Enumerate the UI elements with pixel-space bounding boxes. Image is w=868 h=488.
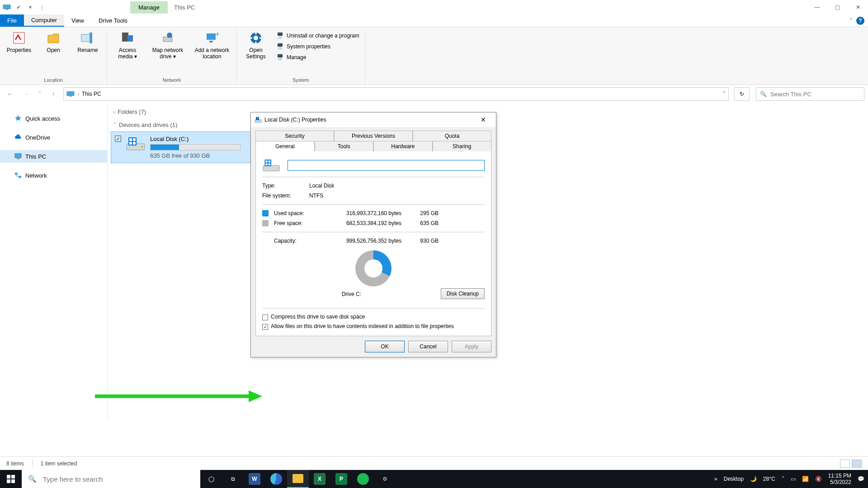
- maximize-button[interactable]: ▢: [827, 0, 848, 14]
- svg-rect-36: [269, 160, 271, 163]
- tray-chevron-icon[interactable]: ˄: [782, 476, 784, 482]
- open-button[interactable]: Open: [38, 29, 69, 53]
- help-icon[interactable]: ?: [856, 17, 864, 25]
- notifications-icon[interactable]: 💬: [858, 476, 864, 482]
- map-drive-button[interactable]: Map network drive ▾: [148, 29, 188, 60]
- drive-icon: [126, 136, 146, 152]
- system-properties-button[interactable]: 🖥️System properties: [275, 42, 361, 52]
- tab-security[interactable]: Security: [255, 131, 334, 141]
- nav-network[interactable]: Network: [0, 169, 107, 182]
- tab-drive-tools[interactable]: Drive Tools: [91, 14, 135, 27]
- add-location-button[interactable]: + Add a network location: [191, 29, 233, 60]
- manage-button[interactable]: 🖥️Manage: [275, 52, 361, 62]
- apply-button[interactable]: Apply: [452, 341, 491, 352]
- svg-rect-38: [269, 163, 271, 165]
- taskbar: 🔍 Type here to search ◯ ⧉ W X P ⚙ » Desk…: [0, 470, 868, 488]
- group-label-location: Location: [4, 77, 103, 84]
- tray-overflow-icon[interactable]: »: [714, 476, 717, 482]
- desktop-toolbar[interactable]: Desktop: [724, 476, 744, 482]
- volume-icon[interactable]: 🔇: [815, 476, 822, 482]
- dropdown-icon[interactable]: ▾: [25, 2, 35, 12]
- refresh-button[interactable]: ↻: [734, 87, 750, 101]
- recent-dropdown[interactable]: ˅: [36, 88, 43, 100]
- collapse-ribbon-icon[interactable]: ˄: [850, 18, 853, 24]
- svg-point-8: [167, 33, 172, 38]
- tab-view[interactable]: View: [64, 14, 91, 27]
- tab-general[interactable]: General: [255, 141, 315, 151]
- svg-rect-32: [256, 117, 259, 120]
- contextual-tab-manage[interactable]: Manage: [130, 1, 168, 14]
- cancel-button[interactable]: Cancel: [408, 341, 448, 352]
- wifi-icon[interactable]: 📶: [802, 476, 809, 482]
- access-media-button[interactable]: Access media ▾: [111, 29, 144, 60]
- clock[interactable]: 11:15 PM 5/3/2022: [828, 473, 851, 486]
- task-view-icon[interactable]: ⧉: [222, 470, 244, 488]
- taskbar-search[interactable]: 🔍 Type here to search: [22, 470, 200, 488]
- svg-rect-42: [11, 475, 15, 479]
- cortana-icon[interactable]: ◯: [200, 470, 222, 488]
- properties-button[interactable]: Properties: [4, 29, 34, 53]
- nav-onedrive[interactable]: OneDrive: [0, 131, 107, 144]
- start-button[interactable]: [0, 470, 22, 488]
- status-sep: [32, 460, 33, 467]
- ribbon: Properties Open Rename Location Access m…: [0, 27, 868, 85]
- tab-tools[interactable]: Tools: [315, 141, 374, 151]
- svg-rect-1: [5, 9, 8, 10]
- spotify-icon[interactable]: [352, 470, 374, 488]
- word-icon[interactable]: W: [244, 470, 265, 488]
- view-details-button[interactable]: [840, 460, 850, 468]
- tab-general-body: Type:Local Disk File system:NTFS Used sp…: [255, 151, 491, 336]
- drive-name-input[interactable]: [288, 160, 485, 171]
- breadcrumb-thispc[interactable]: This PC: [82, 91, 101, 97]
- svg-rect-0: [3, 5, 10, 9]
- minimize-button[interactable]: —: [807, 0, 827, 14]
- checkbox-icon[interactable]: ✓: [14, 2, 24, 12]
- explorer-icon[interactable]: [287, 470, 309, 488]
- search-input[interactable]: [770, 91, 860, 98]
- svg-rect-18: [67, 92, 74, 96]
- tab-file[interactable]: File: [0, 14, 24, 27]
- edge-icon[interactable]: [265, 470, 287, 488]
- weather-icon[interactable]: 🌙: [750, 476, 757, 482]
- back-button[interactable]: ←: [4, 88, 16, 100]
- publisher-icon[interactable]: P: [330, 470, 352, 488]
- battery-icon[interactable]: ▭: [791, 476, 796, 482]
- tab-quota[interactable]: Quota: [413, 131, 491, 141]
- settings-icon[interactable]: ⚙: [374, 470, 396, 488]
- tab-hardware[interactable]: Hardware: [373, 141, 433, 151]
- disk-cleanup-button[interactable]: Disk Cleanup: [441, 288, 485, 299]
- cloud-icon: [14, 134, 22, 141]
- excel-icon[interactable]: X: [309, 470, 330, 488]
- temperature[interactable]: 28°C: [763, 476, 775, 482]
- index-checkbox[interactable]: ✓ Allow files on this drive to have cont…: [262, 322, 485, 331]
- compress-checkbox[interactable]: Compress this drive to save disk space: [262, 312, 485, 322]
- search-box[interactable]: 🔍: [756, 87, 864, 101]
- address-dropdown-icon[interactable]: ˅: [723, 91, 726, 97]
- nav-this-pc[interactable]: This PC: [0, 150, 107, 163]
- uninstall-button[interactable]: 🖥️Uninstall or change a program: [275, 31, 361, 41]
- status-selected: 1 item selected: [41, 460, 77, 467]
- drive-checkbox[interactable]: ✓: [115, 136, 121, 142]
- ok-button[interactable]: OK: [365, 341, 405, 352]
- rename-button[interactable]: Rename: [72, 29, 103, 53]
- dialog-titlebar[interactable]: Local Disk (C:) Properties ✕: [251, 113, 496, 127]
- svg-rect-21: [17, 158, 19, 159]
- used-color-icon: [262, 210, 269, 216]
- dialog-close-button[interactable]: ✕: [474, 116, 492, 123]
- title-bar: ✓ ▾ | Manage This PC — ▢ ✕: [0, 0, 868, 14]
- star-icon: [14, 115, 22, 122]
- forward-button[interactable]: →: [20, 88, 33, 100]
- tab-previous-versions[interactable]: Previous Versions: [334, 131, 413, 141]
- open-settings-button[interactable]: Open Settings: [241, 29, 271, 60]
- svg-rect-30: [133, 142, 136, 145]
- view-large-button[interactable]: [852, 460, 862, 468]
- properties-dialog: Local Disk (C:) Properties ✕ Security Pr…: [250, 112, 496, 357]
- status-items: 8 items: [6, 460, 24, 467]
- svg-text:+: +: [216, 31, 219, 38]
- nav-quick-access[interactable]: Quick access: [0, 112, 107, 125]
- address-bar[interactable]: › This PC ˅: [63, 87, 729, 101]
- tab-sharing[interactable]: Sharing: [433, 141, 492, 151]
- up-button[interactable]: ↑: [47, 88, 60, 100]
- tab-computer[interactable]: Computer: [24, 14, 64, 27]
- close-button[interactable]: ✕: [848, 0, 868, 14]
